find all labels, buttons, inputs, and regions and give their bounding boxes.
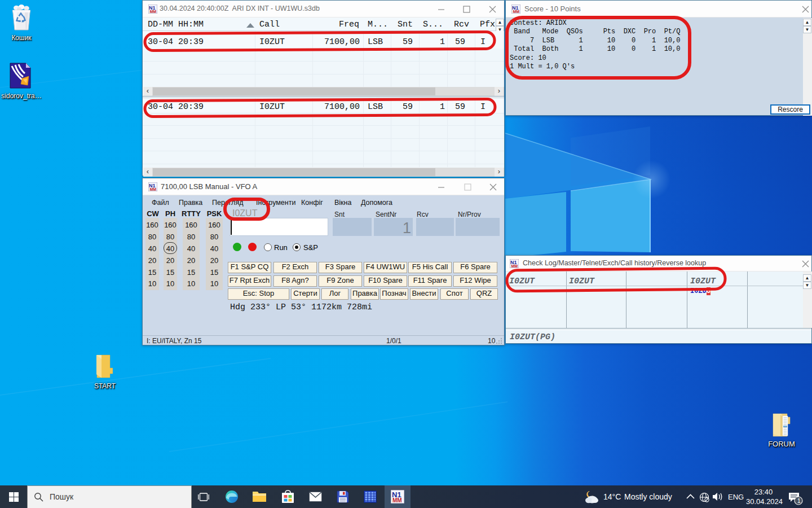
svg-text:MM: MM [513, 10, 520, 14]
svg-text:1: 1 [797, 497, 801, 504]
svg-text:MM: MM [511, 264, 518, 268]
svg-text:MM: MM [150, 10, 157, 14]
svg-text:MM: MM [150, 187, 157, 191]
svg-text:MM: MM [392, 497, 402, 503]
